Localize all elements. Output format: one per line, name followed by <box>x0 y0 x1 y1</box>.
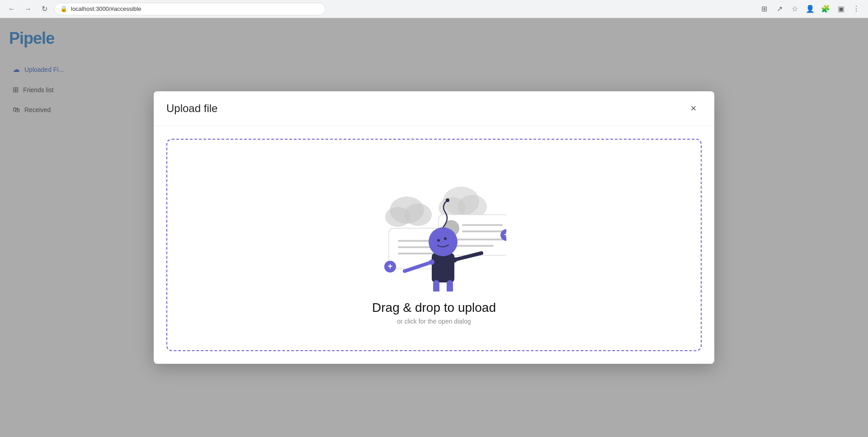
menu-icon[interactable]: ⋮ <box>850 3 863 15</box>
browser-toolbar-right: ⊞ ↗ ☆ 👤 🧩 ▣ ⋮ <box>758 3 863 15</box>
modal-close-button[interactable]: × <box>685 100 702 117</box>
svg-point-24 <box>446 198 449 202</box>
modal-overlay[interactable]: Upload file × <box>0 18 868 437</box>
svg-rect-30 <box>447 280 453 291</box>
share-icon[interactable]: ↗ <box>773 3 786 15</box>
svg-point-26 <box>429 259 434 265</box>
profile-icon[interactable]: 👤 <box>804 3 816 15</box>
refresh-button[interactable]: ↻ <box>38 3 51 15</box>
svg-text:+: + <box>388 262 393 271</box>
address-bar[interactable]: 🔒 localhost:3000/#accessible <box>54 3 326 15</box>
drop-zone[interactable]: + + <box>166 139 702 351</box>
upload-illustration: + + <box>362 165 506 291</box>
bookmark-icon[interactable]: ☆ <box>788 3 801 15</box>
sidebar-toggle-icon[interactable]: ▣ <box>835 3 847 15</box>
svg-point-2 <box>385 207 410 227</box>
svg-rect-29 <box>433 280 439 291</box>
back-button[interactable]: ← <box>5 3 18 15</box>
dropzone-sub-text: or click for the open dialog <box>397 318 471 325</box>
svg-point-21 <box>429 227 458 256</box>
url-text: localhost:3000/#accessible <box>71 5 141 12</box>
forward-button[interactable]: → <box>22 3 34 15</box>
modal-title: Upload file <box>166 102 217 115</box>
upload-modal: Upload file × <box>154 91 714 364</box>
modal-header: Upload file × <box>154 91 714 126</box>
svg-point-22 <box>437 239 440 242</box>
extension-icon[interactable]: 🧩 <box>819 3 832 15</box>
modal-body: + + <box>154 126 714 364</box>
translate-icon[interactable]: ⊞ <box>758 3 770 15</box>
app-container: Pipele ☁ Uploaded Fi... ⊞ Friends list 🛍… <box>0 18 868 437</box>
svg-point-28 <box>452 257 457 263</box>
svg-text:+: + <box>504 230 506 239</box>
browser-chrome: ← → ↻ 🔒 localhost:3000/#accessible ⊞ ↗ ☆… <box>0 0 868 18</box>
svg-point-23 <box>444 237 447 240</box>
svg-rect-20 <box>432 253 454 282</box>
lock-icon: 🔒 <box>60 5 67 12</box>
dropzone-main-text: Drag & drop to upload <box>372 301 496 315</box>
